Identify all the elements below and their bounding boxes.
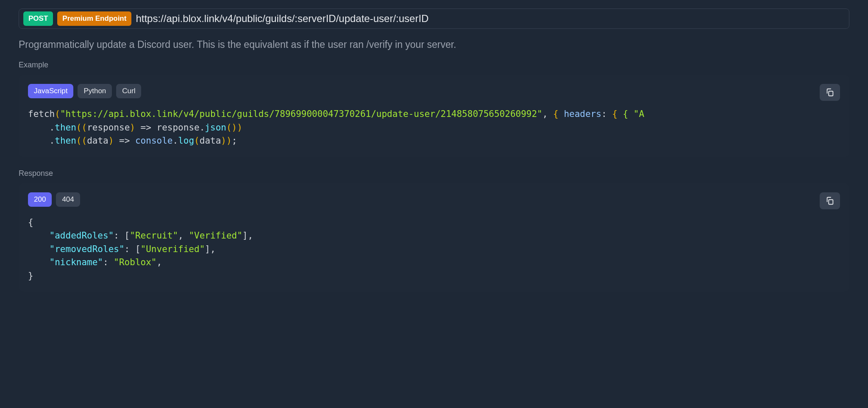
- response-code: { "addedRoles": ["Recruit", "Verified"],…: [28, 216, 840, 283]
- copy-response-button[interactable]: [820, 192, 840, 209]
- api-doc-container: POST Premium Endpoint https://api.blox.l…: [0, 0, 868, 312]
- svg-rect-1: [829, 200, 833, 204]
- example-code: fetch("https://api.blox.link/v4/public/g…: [28, 108, 840, 148]
- tab-python[interactable]: Python: [78, 84, 112, 98]
- response-label: Response: [19, 169, 849, 178]
- tab-404[interactable]: 404: [56, 192, 80, 207]
- tab-curl[interactable]: Curl: [116, 84, 141, 98]
- tab-javascript[interactable]: JavaScript: [28, 84, 73, 98]
- svg-rect-0: [829, 91, 833, 96]
- tab-200[interactable]: 200: [28, 192, 52, 207]
- endpoint-header: POST Premium Endpoint https://api.blox.l…: [19, 8, 849, 29]
- copy-icon: [825, 88, 835, 97]
- example-panel: JavaScript Python Curl fetch("https://ap…: [19, 75, 849, 157]
- endpoint-description: Programmatically update a Discord user. …: [19, 39, 849, 50]
- example-tabs: JavaScript Python Curl: [28, 84, 840, 98]
- response-panel: 200 404 { "addedRoles": ["Recruit", "Ver…: [19, 183, 849, 292]
- example-label: Example: [19, 61, 849, 69]
- premium-badge: Premium Endpoint: [57, 11, 131, 26]
- copy-icon: [825, 196, 835, 205]
- response-tabs: 200 404: [28, 192, 840, 207]
- http-method-badge: POST: [23, 11, 53, 26]
- endpoint-url: https://api.blox.link/v4/public/guilds/:…: [136, 13, 428, 25]
- copy-example-button[interactable]: [820, 84, 840, 101]
